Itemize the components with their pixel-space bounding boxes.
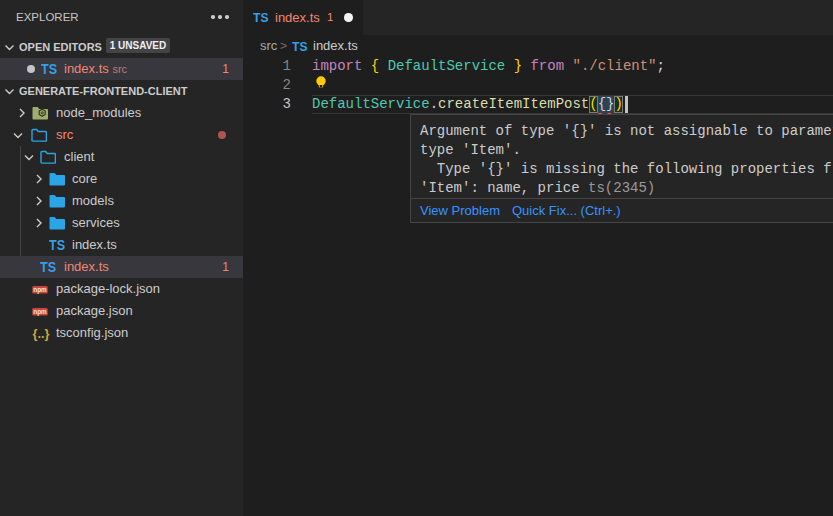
svg-text:TS: TS [49,237,65,253]
svg-text:{..}: {..} [33,326,51,341]
svg-text:TS: TS [292,39,308,54]
svg-text:TS: TS [41,61,57,77]
svg-text:TS: TS [253,10,269,25]
svg-text:npm: npm [33,307,47,316]
svg-text:npm: npm [33,285,47,294]
svg-text:TS: TS [40,259,56,275]
